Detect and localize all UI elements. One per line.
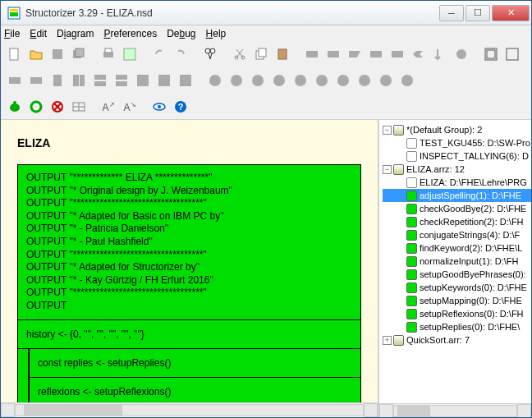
tree-item[interactable]: setupGoodByePhrases(0): [383,268,531,281]
h-scrollbar[interactable] [1,402,378,416]
tree-item-selected[interactable]: adjustSpelling(1): D:\FHE [383,189,531,202]
reflexions-block[interactable]: reflexions <- setupReflexions() [29,378,361,402]
r5[interactable] [91,71,109,90]
el4-button[interactable] [367,45,385,63]
export-button[interactable] [121,45,139,63]
tree-item[interactable]: setupReplies(0): D:\FHE\ [383,320,531,333]
c4[interactable] [270,71,288,90]
c7[interactable] [334,71,352,90]
h-scroll-thumb[interactable] [24,405,122,416]
close-button[interactable]: ✕ [492,5,530,21]
r3[interactable] [48,71,66,90]
tree-item[interactable]: setupKeywords(0): D:\FHE [383,281,531,294]
c3[interactable] [249,71,267,90]
tree-h-scrollbar[interactable] [379,403,531,417]
menu-debug[interactable]: Debug [167,28,195,39]
titlebar[interactable]: Structorizer 3.29 - ELIZA.nsd ─ ☐ ✕ [1,1,531,25]
scroll-left-icon[interactable] [379,404,393,418]
c6[interactable] [313,71,331,90]
save-button[interactable] [48,45,66,63]
tree-item[interactable]: TEST_KGU455: D:\SW-Pro [383,136,531,149]
svg-point-48 [401,75,413,86]
sub-icon [406,204,417,214]
c10[interactable] [398,71,416,90]
menu-file[interactable]: File [4,28,20,39]
grid-button[interactable] [70,98,88,116]
el3-button[interactable] [346,45,364,63]
svg-point-42 [273,75,285,86]
new-button[interactable] [6,45,24,63]
c1[interactable] [206,71,224,90]
font-dec-button[interactable]: A↘ [121,98,139,116]
replies-block[interactable]: const replies <- setupReplies() [29,349,361,378]
svg-point-10 [205,48,210,53]
c8[interactable] [355,71,374,90]
tree-group-quicksort[interactable]: +QuickSort.arr: 7 [383,333,531,347]
tree-item[interactable]: setupMapping(0): D:\FHE [383,294,531,307]
tree-group-default[interactable]: −*(Default Group): 2 [383,123,531,136]
find-button[interactable] [201,45,219,63]
turtle-button[interactable] [6,98,24,116]
tree-item[interactable]: checkRepetition(2): D:\FH [383,215,531,228]
r4[interactable] [70,71,88,90]
r9[interactable] [177,71,195,90]
tree-item[interactable]: normalizeInput(1): D:\FH [383,255,531,268]
menu-help[interactable]: Help [206,28,227,39]
copy-button[interactable] [252,45,270,63]
r8[interactable] [155,71,173,90]
svg-rect-32 [94,75,106,80]
svg-rect-4 [53,49,62,59]
view1-button[interactable] [482,45,500,63]
minimize-button[interactable]: ─ [439,5,464,21]
menu-edit[interactable]: Edit [30,28,47,39]
saveall-button[interactable] [70,45,88,63]
tree-item[interactable]: INSPECT_TALLYING(6): D [383,149,531,163]
menu-preferences[interactable]: Preferences [103,28,157,39]
print-button[interactable] [99,45,117,63]
redo-button[interactable] [172,45,190,63]
open-button[interactable] [27,45,45,63]
app-icon [7,7,21,20]
eye-button[interactable] [150,98,168,116]
el1-button[interactable] [303,45,321,63]
tree-group-eliza[interactable]: −ELIZA.arrz: 12 [383,163,531,176]
tree-item[interactable]: conjugateStrings(4): D:\F [383,228,531,241]
el2-button[interactable] [324,45,342,63]
maximize-button[interactable]: ☐ [466,5,490,21]
c5[interactable] [291,71,310,90]
gear-button[interactable] [27,98,45,116]
toolbar: A↗ A↘ ? [1,42,531,120]
el7-button[interactable] [431,45,449,63]
tree-item[interactable]: setupReflexions(0): D:\FH [383,307,531,320]
c2[interactable] [227,71,245,90]
r6[interactable] [112,71,131,90]
tree-item[interactable]: findKeyword(2): D:\FHE\L [383,241,531,255]
svg-rect-3 [10,48,18,60]
view2-button[interactable] [503,45,521,63]
stop-button[interactable] [48,98,66,116]
help-button[interactable]: ? [172,98,190,116]
undo-button[interactable] [150,45,168,63]
scroll-right-icon[interactable] [517,404,531,418]
r1[interactable] [6,71,24,90]
h-scroll-thumb[interactable] [397,406,430,416]
diagram-pane[interactable]: ELIZA OUTPUT "************* ELIZA ******… [1,120,379,417]
paste-button[interactable] [273,45,291,63]
el8-button[interactable] [452,45,470,63]
scroll-left-icon[interactable] [1,403,15,417]
scroll-right-icon[interactable] [364,403,378,417]
c9[interactable] [377,71,395,90]
tree-item[interactable]: checkGoodBye(2): D:\FHE [383,202,531,215]
intro-block[interactable]: OUTPUT "************* ELIZA ************… [17,164,361,320]
cut-button[interactable] [231,45,249,63]
r2[interactable] [27,71,45,90]
el5-button[interactable] [388,45,406,63]
el6-button[interactable] [410,45,428,63]
r7[interactable] [134,71,152,90]
project-tree[interactable]: −*(Default Group): 2 TEST_KGU455: D:\SW-… [379,120,531,403]
tree-item[interactable]: ELIZA: D:\FHE\Lehre\PRG [383,176,531,189]
history-block[interactable]: history <- {0, "", "", "", "", ""} [17,320,361,349]
loop-bar[interactable] [17,349,29,402]
menu-diagram[interactable]: Diagram [57,28,94,39]
font-inc-button[interactable]: A↗ [99,98,117,116]
